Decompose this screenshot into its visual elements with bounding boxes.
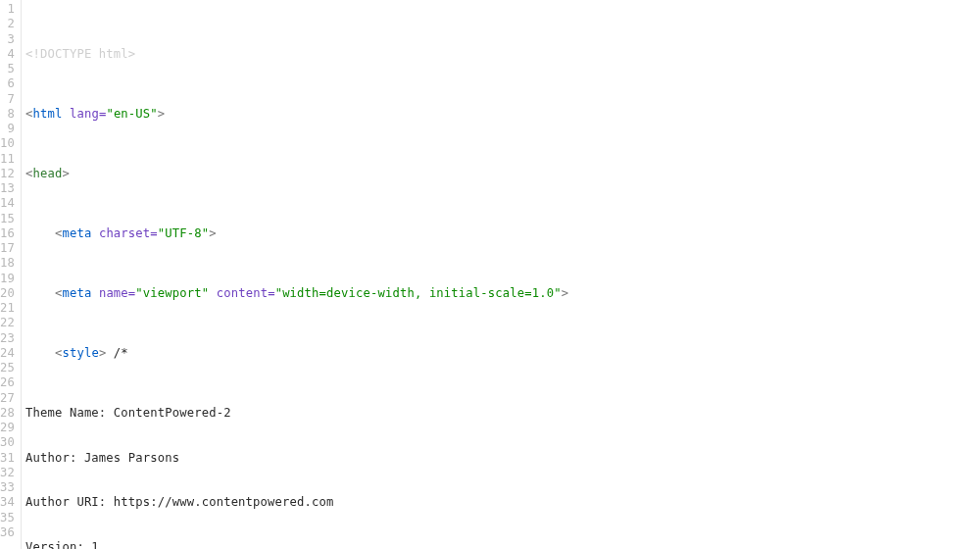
line-number: 29 bbox=[0, 421, 15, 435]
line-number: 3 bbox=[0, 32, 15, 47]
line-number: 30 bbox=[0, 435, 15, 450]
doctype-decl: <!DOCTYPE html> bbox=[25, 47, 135, 62]
line-number: 8 bbox=[0, 107, 15, 122]
line-number: 18 bbox=[0, 256, 15, 271]
line-number: 2 bbox=[0, 17, 15, 31]
line-number: 31 bbox=[0, 451, 15, 466]
tag-meta: meta bbox=[62, 286, 91, 301]
line-number-gutter: 1234567891011121314151617181920212223242… bbox=[0, 0, 22, 549]
line-number: 1 bbox=[0, 2, 15, 17]
line-number: 13 bbox=[0, 181, 15, 196]
line-number: 25 bbox=[0, 361, 15, 375]
line-number: 16 bbox=[0, 226, 15, 241]
code-line-3[interactable]: < head > bbox=[25, 167, 980, 181]
code-content[interactable]: <!DOCTYPE html> < html lang = "en-US" > … bbox=[22, 0, 980, 549]
line-number: 5 bbox=[0, 62, 15, 76]
attr-charset: charset bbox=[99, 226, 150, 241]
tag-style: style bbox=[62, 346, 98, 361]
attr-content-value: "width=device-width, initial-scale=1.0" bbox=[275, 286, 562, 301]
code-line-2[interactable]: < html lang = "en-US" > bbox=[25, 107, 980, 122]
line-number: 14 bbox=[0, 196, 15, 211]
line-number: 22 bbox=[0, 316, 15, 330]
code-line-7[interactable]: Theme Name: ContentPowered-2 bbox=[25, 406, 980, 421]
attr-content: content bbox=[217, 286, 268, 301]
line-number: 12 bbox=[0, 167, 15, 181]
code-line-5[interactable]: < meta name = "viewport" content = "widt… bbox=[25, 286, 980, 301]
line-number: 10 bbox=[0, 136, 15, 151]
code-line-9[interactable]: Author URI: https://www.contentpowered.c… bbox=[25, 495, 980, 510]
code-line-6[interactable]: < style > /* bbox=[25, 346, 980, 361]
line-number: 35 bbox=[0, 511, 15, 525]
line-number: 21 bbox=[0, 301, 15, 316]
tag-meta: meta bbox=[62, 226, 91, 241]
line-number: 4 bbox=[0, 47, 15, 62]
line-number: 28 bbox=[0, 406, 15, 421]
line-number: 15 bbox=[0, 212, 15, 226]
line-number: 6 bbox=[0, 76, 15, 91]
line-number: 19 bbox=[0, 272, 15, 286]
line-number: 9 bbox=[0, 122, 15, 136]
line-number: 24 bbox=[0, 346, 15, 361]
line-number: 7 bbox=[0, 92, 15, 107]
line-number: 34 bbox=[0, 495, 15, 510]
attr-lang-value: "en-US" bbox=[106, 107, 157, 122]
comment-open: /* bbox=[106, 346, 127, 361]
code-line-1[interactable]: <!DOCTYPE html> bbox=[25, 47, 980, 62]
line-number: 26 bbox=[0, 375, 15, 390]
line-number: 36 bbox=[0, 525, 15, 540]
line-number: 33 bbox=[0, 480, 15, 495]
line-number: 20 bbox=[0, 286, 15, 301]
line-number: 27 bbox=[0, 391, 15, 406]
attr-name-value: "viewport" bbox=[135, 286, 209, 301]
attr-charset-value: "UTF-8" bbox=[158, 226, 209, 241]
code-line-10[interactable]: Version: 1 bbox=[25, 540, 980, 549]
line-number: 11 bbox=[0, 152, 15, 167]
tag-html: html bbox=[32, 107, 62, 122]
line-number: 32 bbox=[0, 466, 15, 480]
code-line-4[interactable]: < meta charset = "UTF-8" > bbox=[25, 226, 980, 241]
attr-name: name bbox=[99, 286, 128, 301]
line-number: 17 bbox=[0, 241, 15, 256]
source-code-editor: 1234567891011121314151617181920212223242… bbox=[0, 0, 980, 549]
tag-head: head bbox=[32, 167, 62, 181]
code-line-8[interactable]: Author: James Parsons bbox=[25, 451, 980, 466]
attr-lang: lang bbox=[70, 107, 99, 122]
line-number: 23 bbox=[0, 331, 15, 346]
